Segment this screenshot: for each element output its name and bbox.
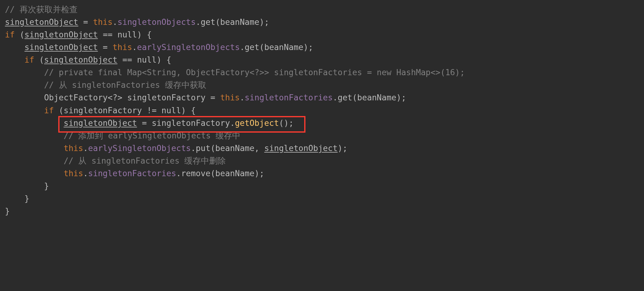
code-param: beanName [357,93,397,102]
keyword-this: this [63,169,83,178]
code-brace: } [25,194,29,203]
code-comment: // 从 singletonFactories 缓存中删除 [63,156,226,165]
keyword-this: this [113,42,132,52]
keyword-if: if [5,30,15,39]
keyword-if: if [25,55,34,64]
keyword-this: this [93,17,113,27]
code-method: get [201,17,215,27]
code-brace: } [44,181,49,191]
code-identifier: singletonObject [25,42,98,52]
code-param: beanName [264,42,304,52]
keyword-this: this [63,143,83,153]
code-brace: } [5,206,10,216]
code-param: beanName [215,169,255,178]
code-param: beanName [220,17,259,27]
code-field: earlySingletonObjects [137,42,240,52]
code-identifier: singletonObject [5,17,78,27]
code-method: get [338,93,352,102]
code-param: beanName [215,143,255,153]
code-comment: // private final Map<String, ObjectFacto… [44,68,465,77]
code-comment: // 再次获取并检查 [5,5,78,14]
keyword-if: if [44,106,54,115]
code-field: singletonFactories [245,93,333,102]
code-field: singletonFactories [88,169,176,178]
code-editor[interactable]: // 再次获取并检查 singletonObject = this.single… [0,0,644,233]
code-field: singletonObjects [117,17,196,27]
code-identifier: singletonObject [63,118,137,128]
code-field: earlySingletonObjects [88,143,191,153]
keyword-this: this [220,93,240,102]
code-identifier: singletonObject [25,30,98,39]
code-method: remove [181,169,210,178]
code-identifier: singletonObject [44,55,117,64]
code-comment: // 添加到 earlySingletonObjects 缓存中 [63,131,240,140]
code-method: get [245,42,259,52]
code-type: ObjectFactory<?> singletonFactory = [44,93,220,102]
code-comment: // 从 singletonFactories 缓存中获取 [44,80,206,90]
code-method: getObject [235,118,279,128]
code-method: put [196,143,210,153]
code-identifier: singletonObject [264,143,338,153]
